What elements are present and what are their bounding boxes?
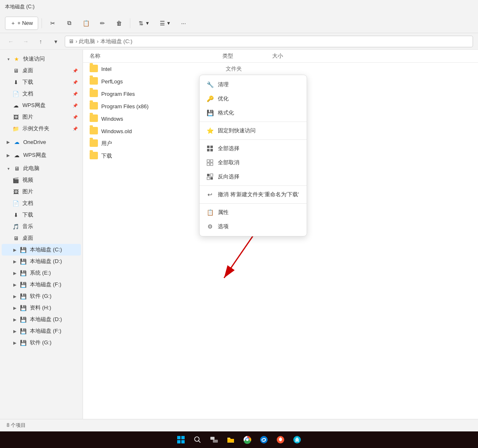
- menu-item-invert[interactable]: 反向选择: [200, 170, 307, 184]
- copy-icon: ⧉: [66, 20, 73, 27]
- quick-access-header[interactable]: ▾ ★ 快速访问: [2, 53, 81, 65]
- cut-button[interactable]: ✂: [45, 17, 60, 29]
- copy-button[interactable]: ⧉: [62, 17, 77, 29]
- pc-documents-icon: 📄: [12, 199, 20, 207]
- more-button[interactable]: ···: [176, 17, 191, 29]
- sidebar-item-documents[interactable]: 📄 文档 📌: [2, 88, 81, 100]
- sidebar-item-pc-desktop[interactable]: 🖥 桌面: [2, 232, 81, 244]
- sidebar-item-drive-g[interactable]: ▶ 💾 软件 (G:): [2, 290, 81, 302]
- sort-button[interactable]: ⇅ ▾: [134, 17, 153, 29]
- up-button[interactable]: ↑: [35, 36, 46, 47]
- sidebar-item-drive-d[interactable]: ▶ 💾 本地磁盘 (D:): [2, 256, 81, 267]
- menu-item-deselect-all[interactable]: 全部取消: [200, 156, 307, 170]
- sidebar-item-desktop[interactable]: 🖥 桌面 📌: [2, 65, 81, 76]
- recent-button[interactable]: ▾: [50, 36, 61, 47]
- menu-item-undo[interactable]: ↩ 撤消 将'新建文件夹'重命名为'下载': [200, 187, 307, 202]
- menu-item-select-all[interactable]: 全部选择: [200, 141, 307, 156]
- folder-icon-intel: [90, 65, 98, 73]
- sidebar-item-drive-f2[interactable]: ▶ 💾 本地磁盘 (F:): [2, 325, 81, 337]
- path-sep1: ›: [76, 38, 77, 44]
- sidebar: ▾ ★ 快速访问 🖥 桌面 📌 ⬇ 下载 📌 📄 文档 📌 ☁ WPS: [0, 50, 83, 436]
- path-drive: 本地磁盘 (C:): [100, 38, 132, 45]
- sidebar-item-drive-d2[interactable]: ▶ 💾 本地磁盘 (D:): [2, 314, 81, 325]
- sidebar-item-pc-documents[interactable]: 📄 文档: [2, 197, 81, 209]
- undo-label: 撤消 将'新建文件夹'重命名为'下载': [218, 191, 299, 198]
- format-icon: 💾: [206, 109, 214, 117]
- sidebar-item-drive-f[interactable]: ▶ 💾 本地磁盘 (F:): [2, 279, 81, 290]
- menu-item-format[interactable]: 💾 格式化: [200, 106, 307, 120]
- sidebar-item-examples[interactable]: 📁 示例文件夹 📌: [2, 123, 81, 134]
- svg-rect-15: [181, 436, 185, 439]
- menu-sep-4: [200, 203, 307, 204]
- svg-rect-10: [207, 177, 210, 180]
- wpscloud-header[interactable]: ▶ ☁ WPS网盘: [2, 149, 81, 161]
- sidebar-item-drive-h[interactable]: ▶ 💾 资料 (H:): [2, 302, 81, 314]
- chrome-button[interactable]: [241, 433, 254, 446]
- sidebar-item-pc-pictures[interactable]: 🖼 图片: [2, 186, 81, 197]
- onedrive-section: ▶ ☁ OneDrive: [0, 136, 83, 148]
- rename-button[interactable]: ✏: [95, 17, 110, 29]
- address-path[interactable]: 🖥 › 此电脑 › 本地磁盘 (C:): [65, 36, 473, 47]
- drive-h-icon: 💾: [19, 304, 27, 312]
- menu-item-options[interactable]: ⚙ 选项: [200, 219, 307, 234]
- map-button[interactable]: [290, 433, 304, 446]
- task-view-button[interactable]: [207, 433, 221, 446]
- svg-rect-1: [210, 146, 213, 148]
- examples-icon: 📁: [12, 124, 20, 133]
- wpscloud-chevron: ▶: [5, 152, 12, 158]
- content-area: 名称 类型 大小 Intel 文件夹 PerfLogs 文件夹: [83, 50, 478, 436]
- forward-button[interactable]: →: [20, 36, 32, 47]
- sidebar-item-pictures[interactable]: 🖼 图片 📌: [2, 111, 81, 123]
- svg-rect-17: [181, 440, 185, 443]
- wpscloud-icon: ☁: [12, 151, 21, 159]
- view-button[interactable]: ☰ ▾: [155, 17, 174, 29]
- new-label: + New: [17, 20, 33, 26]
- sidebar-item-wps[interactable]: ☁ WPS网盘 📌: [2, 100, 81, 111]
- sidebar-item-downloads[interactable]: ⬇ 下载 📌: [2, 76, 81, 88]
- brave-button[interactable]: [274, 433, 287, 446]
- title-bar-text: 本地磁盘 (C:): [5, 3, 34, 10]
- paste-button[interactable]: 📋: [78, 17, 93, 29]
- sidebar-item-music[interactable]: 🎵 音乐: [2, 221, 81, 232]
- drive-g-chevron: ▶: [12, 293, 18, 299]
- sidebar-item-pc-downloads[interactable]: ⬇ 下载: [2, 209, 81, 221]
- documents-label: 文档: [22, 90, 33, 97]
- edge-button[interactable]: [257, 433, 271, 446]
- cut-icon: ✂: [49, 20, 56, 27]
- file-type-intel: 文件夹: [226, 65, 276, 73]
- menu-item-clean[interactable]: 🔧 清理: [200, 78, 307, 92]
- file-name-intel: Intel: [101, 66, 226, 72]
- menu-item-properties[interactable]: 📋 属性: [200, 205, 307, 219]
- sidebar-item-videos[interactable]: 🎬 视频: [2, 174, 81, 186]
- menu-sep-2: [200, 139, 307, 140]
- back-button[interactable]: ←: [5, 36, 17, 47]
- this-pc-section: ▾ 🖥 此电脑 🎬 视频 🖼 图片 📄 文档 ⬇ 下载 🎵: [0, 163, 83, 348]
- deselect-all-label: 全部取消: [218, 159, 239, 166]
- invert-icon: [206, 173, 214, 180]
- properties-icon: 📋: [206, 209, 214, 216]
- path-sep2: ›: [97, 38, 98, 44]
- menu-sep-3: [200, 185, 307, 186]
- toolbar: ＋ + New ✂ ⧉ 📋 ✏ 🗑 ⇅ ▾ ☰ ▾ ···: [0, 13, 478, 33]
- sidebar-item-drive-c[interactable]: ▶ 💾 本地磁盘 (C:): [2, 244, 81, 256]
- explorer-button[interactable]: [224, 433, 237, 446]
- menu-item-pin[interactable]: ⭐ 固定到快速访问: [200, 124, 307, 138]
- context-menu: 🔧 清理 🔑 优化 💾 格式化 ⭐ 固定到快速访问 全部选择: [199, 75, 307, 236]
- music-label: 音乐: [22, 223, 33, 230]
- folder-icon-downloads: [90, 152, 98, 160]
- menu-item-optimize[interactable]: 🔑 优化: [200, 92, 307, 106]
- this-pc-header[interactable]: ▾ 🖥 此电脑: [2, 163, 81, 174]
- onedrive-header[interactable]: ▶ ☁ OneDrive: [2, 136, 81, 148]
- sidebar-item-drive-e[interactable]: ▶ 💾 系统 (E:): [2, 267, 81, 279]
- desktop-icon: 🖥: [12, 66, 20, 75]
- search-button[interactable]: [191, 433, 204, 446]
- desktop-label: 桌面: [22, 67, 33, 74]
- file-row-intel[interactable]: Intel 文件夹: [83, 63, 478, 75]
- sidebar-item-drive-g2[interactable]: ▶ 💾 软件 (G:): [2, 337, 81, 348]
- view-chevron: ▾: [167, 20, 170, 26]
- svg-rect-14: [177, 436, 180, 439]
- delete-button[interactable]: 🗑: [112, 17, 127, 29]
- column-headers: 名称 类型 大小: [83, 50, 478, 63]
- new-button[interactable]: ＋ + New: [5, 17, 38, 30]
- windows-button[interactable]: [174, 433, 188, 446]
